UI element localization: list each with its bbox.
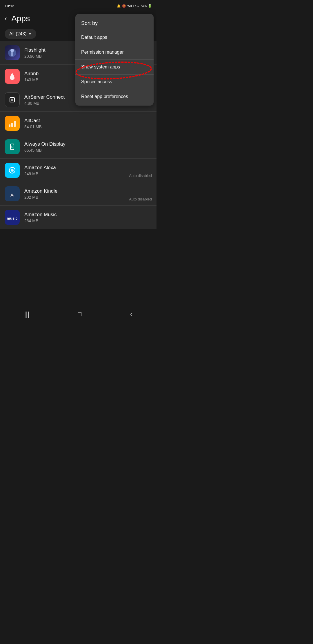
filter-button[interactable]: All (243) ▼ [5,29,36,39]
page-title: Apps [11,14,30,23]
dropdown-title: Sort by [75,16,154,29]
mute-icon: 🔕 [122,4,126,8]
app-icon-airserver [5,92,20,107]
app-name: Amazon Kindle [24,188,152,194]
divider [75,59,154,60]
wifi-icon: WiFi [127,4,134,8]
app-info-allcast: AllCast 54.01 MB [24,118,152,129]
network-icon: 4G [135,4,139,8]
app-icon-aod: L [5,139,20,154]
app-icon-music: music [5,210,20,225]
app-size: 54.01 MB [24,124,152,129]
dropdown-item-reset-preferences[interactable]: Reset app preferences [75,90,154,103]
svg-rect-5 [9,124,10,127]
app-name: Amazon Music [24,212,152,218]
dropdown-item-default-apps[interactable]: Default apps [75,31,154,44]
svg-text:L: L [11,145,13,149]
app-size: 264 MB [24,218,152,223]
app-info-music: Amazon Music 264 MB [24,212,152,223]
filter-arrow-icon: ▼ [28,32,32,36]
svg-point-4 [11,99,13,101]
battery-text: 73% [140,4,147,8]
dropdown-item-show-system-apps[interactable]: Show system apps [75,60,154,74]
app-name: Always On Display [24,141,152,147]
home-button[interactable]: □ [72,308,87,320]
svg-rect-7 [14,121,16,127]
list-item[interactable]: L Always On Display 66.45 MB [0,135,156,159]
app-icon-alexa [5,163,20,178]
battery-icon: 🔋 [148,4,152,8]
recent-apps-button[interactable]: ||| [19,308,35,320]
svg-rect-6 [11,123,13,127]
list-item[interactable]: music Amazon Music 264 MB [0,206,156,229]
dropdown-item-permission-manager[interactable]: Permission manager [75,46,154,59]
back-nav-button[interactable]: ‹ [124,308,138,320]
app-icon-flashlight [5,45,20,60]
app-status: Auto disabled [129,173,152,178]
list-item[interactable]: Amazon Alexa 249 MB Auto disabled [0,159,156,182]
app-status: Auto disabled [129,197,152,201]
status-bar: 10:12 🔔 🔕 WiFi 4G 73% 🔋 [0,0,156,10]
list-item[interactable]: AllCast 54.01 MB [0,112,156,135]
app-name: AllCast [24,118,152,124]
app-icon-airbnb [5,69,20,84]
dropdown-menu: Sort by Default apps Permission manager … [75,14,154,106]
dropdown-item-special-access[interactable]: Special access [75,75,154,88]
divider [75,89,154,89]
status-time: 10:12 [5,4,14,8]
svg-text:music: music [7,216,18,220]
list-item[interactable]: Amazon Kindle 202 MB Auto disabled [0,182,156,206]
status-icons: 🔔 🔕 WiFi 4G 73% 🔋 [117,4,152,8]
app-icon-kindle [5,186,20,201]
filter-label: All (243) [9,31,27,37]
svg-rect-2 [11,52,13,56]
app-icon-allcast [5,116,20,131]
svg-point-1 [10,49,14,52]
app-info-aod: Always On Display 66.45 MB [24,141,152,153]
divider [75,30,154,30]
divider [75,74,154,75]
app-name: Amazon Alexa [24,165,152,171]
alarm-icon: 🔔 [117,4,121,8]
svg-point-11 [11,169,14,172]
navigation-bar: ||| □ ‹ [0,306,156,322]
divider [75,45,154,45]
app-size: 66.45 MB [24,148,152,153]
back-button[interactable]: ‹ [5,15,7,22]
